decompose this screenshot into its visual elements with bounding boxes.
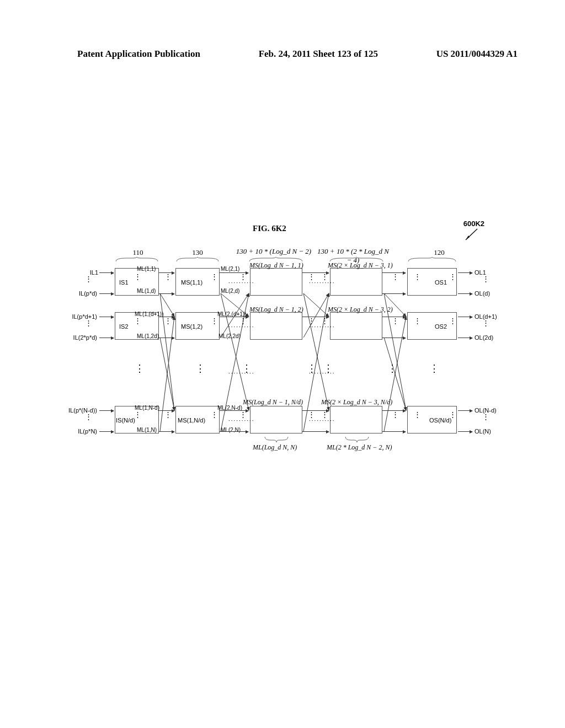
header-left: Patent Application Publication	[77, 49, 200, 60]
arrow-il1	[99, 272, 114, 273]
label-ml-2logdn-n: ML(2 * Log_d N − 2, N)	[327, 443, 392, 452]
vdots: ⋮	[414, 320, 419, 322]
label-ml11: ML(1,1)	[137, 266, 156, 272]
group-vdots: ⋮	[195, 367, 201, 370]
arrow-il-2pd	[99, 338, 114, 338]
vdots: ⋮	[85, 278, 90, 280]
label-os1: OS1	[435, 279, 447, 286]
group-vdots: ⋮	[387, 367, 393, 370]
arrow-il-pNd	[99, 410, 114, 411]
vdots: ⋮	[85, 416, 90, 418]
vdots: ⋮	[239, 320, 245, 322]
label-ml12d: ML(1,2d)	[137, 333, 159, 339]
vdots: ⋮	[134, 320, 140, 322]
box-mid-1	[250, 268, 302, 296]
group-vdots: ⋮	[135, 367, 140, 370]
group-vdots: ⋮	[323, 367, 329, 370]
label-ol2d: OL(2d)	[475, 334, 493, 341]
group-vdots: ⋮	[307, 367, 312, 370]
vdots: ⋮	[164, 320, 170, 322]
svg-line-14	[384, 293, 406, 317]
arrow-il-pd1	[99, 317, 114, 317]
vdots: ⋮	[392, 414, 397, 416]
box-mid-N	[250, 406, 302, 433]
label-il-pd1: IL(p*d+1)	[64, 313, 97, 320]
vdots: ⋮	[211, 414, 216, 416]
vdots: ⋮	[482, 416, 488, 418]
label-il-2pd: IL(2*p*d)	[64, 334, 97, 341]
figure-number: 600K2	[463, 220, 484, 241]
vdots: ⋮	[392, 276, 397, 278]
vdots: ⋮	[164, 414, 170, 416]
label-old: OL(d)	[475, 290, 490, 297]
figure-pointer-arrow	[463, 228, 484, 241]
label-os2: OS2	[435, 323, 447, 330]
arrow-olNd	[458, 410, 472, 411]
arrow-old	[458, 293, 472, 294]
stage-id-mid: 130 + 10 * (Log_d N − 2)	[235, 247, 312, 256]
label-is1: IS1	[119, 279, 129, 286]
vdots: ⋮	[321, 414, 327, 416]
label-ml1N: ML(1,N)	[137, 427, 157, 433]
label-ms-mid-1: MS(Log_d N − 1, 1)	[249, 261, 303, 270]
label-ml-logdn-n: ML(Log_d N, N)	[253, 443, 297, 452]
vdots: ⋮	[239, 276, 245, 278]
vdots: ⋮	[239, 414, 245, 416]
vdots: ⋮	[321, 276, 327, 278]
svg-line-15	[384, 293, 406, 410]
vdots: ⋮	[449, 414, 455, 416]
label-il-pN: IL(p*N)	[66, 428, 97, 435]
vdots: ⋮	[164, 276, 170, 278]
vdots: ⋮	[449, 320, 455, 322]
label-ms-mid-2: MS(Log_d N − 1, 2)	[249, 306, 303, 314]
arrow-il-pN	[99, 431, 114, 432]
arrow-ol1	[458, 272, 472, 273]
header-right: US 2011/0044329 A1	[436, 49, 518, 60]
vdots: ⋮	[414, 414, 419, 416]
vdots: ⋮	[392, 320, 397, 322]
label-osN: OS(N/d)	[429, 417, 451, 424]
stage-id-130: 130	[159, 248, 236, 257]
group-vdots: ⋮	[429, 367, 435, 370]
figure-6k2: FIG. 6K2 600K2 110 130 130 + 10 * (Log_d…	[76, 229, 495, 483]
header-middle: Feb. 24, 2011 Sheet 123 of 125	[259, 49, 378, 60]
vdots: ⋮	[414, 276, 419, 278]
label-isN: IS(N/d)	[116, 417, 135, 424]
vdots: ⋮	[308, 276, 313, 278]
cross-links-left	[159, 268, 253, 439]
label-is2: IS2	[119, 323, 129, 330]
vdots: ⋮	[85, 322, 90, 324]
vdots: ⋮	[308, 414, 313, 416]
vdots: ⋮	[134, 414, 140, 416]
figure-title: FIG. 6K2	[253, 224, 286, 233]
box-mid-2	[250, 312, 302, 340]
group-vdots: ⋮	[242, 367, 247, 370]
label-olN: OL(N)	[475, 428, 491, 435]
vdots: ⋮	[134, 276, 140, 278]
svg-line-3	[160, 293, 174, 410]
arrow-il-pd	[99, 293, 114, 294]
vdots: ⋮	[308, 320, 313, 322]
vdots: ⋮	[482, 322, 488, 324]
vdots: ⋮	[211, 320, 216, 322]
vdots: ⋮	[449, 276, 455, 278]
vdots: ⋮	[482, 278, 488, 280]
svg-marker-1	[466, 235, 470, 240]
svg-line-12	[303, 293, 329, 410]
label-ml1d: ML(1,d)	[137, 288, 156, 294]
stage-id-120: 120	[401, 248, 478, 257]
arrow-old1	[458, 317, 472, 317]
vdots: ⋮	[211, 276, 216, 278]
vdots: ⋮	[321, 320, 327, 322]
page-header: Patent Application Publication Feb. 24, …	[77, 49, 518, 60]
arrow-olN	[458, 431, 472, 432]
arrow-ol2d	[458, 338, 472, 338]
svg-line-8	[221, 293, 249, 410]
label-il-pd: IL(p*d)	[70, 290, 97, 297]
